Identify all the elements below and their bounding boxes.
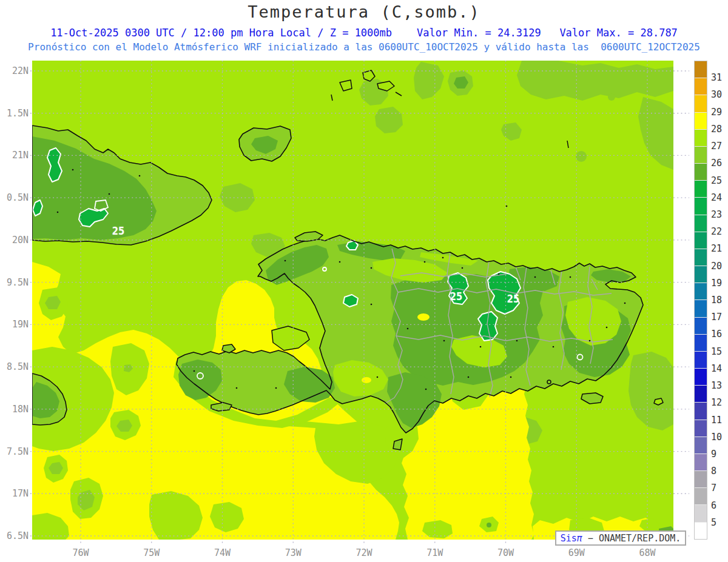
colorbar-tick-label: 30: [711, 89, 722, 100]
colorbar-segment: [695, 283, 707, 299]
lon-tick-label: 74W: [206, 547, 240, 558]
colorbar-segment: [695, 95, 707, 112]
colorbar-tick-label: 20: [711, 261, 722, 272]
colorbar-segment: [695, 266, 707, 283]
colorbar-tick-label: 29: [711, 107, 722, 118]
colorbar-tick-label: 12: [711, 397, 722, 408]
lon-tick-label: 70W: [489, 547, 523, 558]
colorbar-tick-label: 26: [711, 158, 722, 169]
colorbar-segment: [695, 61, 707, 78]
colorbar-segment: [695, 249, 707, 266]
colorbar-tick-label: 9: [711, 449, 716, 460]
colorbar-segment: [695, 504, 707, 521]
branding-org: ONAMET/REP.DOM.: [599, 533, 681, 544]
colorbar-tick-label: 27: [711, 141, 722, 152]
lat-tick-label: 22N: [0, 65, 29, 76]
contour-label: 25: [507, 293, 519, 305]
colorbar-tick-label: 11: [711, 415, 722, 426]
map-canvas: [0, 0, 728, 562]
colorbar-segment: [695, 487, 707, 504]
colorbar-tick-label: 15: [711, 346, 722, 357]
colorbar-segment: [695, 522, 707, 539]
colorbar-segment: [695, 215, 707, 232]
pi-glyph: π: [577, 533, 582, 544]
colorbar-segment: [695, 112, 707, 129]
temperature-colorbar: [694, 61, 707, 540]
lon-tick-label: 72W: [347, 547, 381, 558]
lat-tick-label: 17N: [0, 488, 29, 499]
colorbar-tick-label: 6: [711, 500, 716, 511]
colorbar-segment: [695, 232, 707, 249]
lon-tick-label: 76W: [64, 547, 98, 558]
colorbar-tick-label: 22: [711, 226, 722, 237]
lat-tick-label: 8.5N: [0, 361, 29, 372]
branding-box: Sisπ − ONAMET/REP.DOM.: [555, 530, 686, 546]
sispi-logo: Sis: [561, 533, 577, 544]
lat-tick-label: 9.5N: [0, 277, 29, 288]
lon-tick-label: 68W: [630, 547, 664, 558]
colorbar-segment: [695, 368, 707, 385]
colorbar-segment: [695, 317, 707, 334]
colorbar-segment: [695, 299, 707, 316]
contour-label: 25: [450, 290, 462, 303]
colorbar-tick-label: 8: [711, 466, 716, 477]
colorbar-tick-label: 14: [711, 363, 722, 374]
colorbar-tick-label: 17: [711, 312, 722, 323]
lat-tick-label: 1.5N: [0, 108, 29, 119]
colorbar-tick-label: 23: [711, 209, 722, 220]
colorbar-segment: [695, 146, 707, 163]
colorbar-tick-label: 21: [711, 243, 722, 254]
colorbar-segment: [695, 385, 707, 402]
lat-tick-label: 21N: [0, 150, 29, 161]
colorbar-tick-label: 10: [711, 432, 722, 443]
lon-tick-label: 71W: [418, 547, 452, 558]
colorbar-tick-label: 24: [711, 192, 722, 203]
branding-separator: −: [582, 533, 599, 544]
colorbar-segment: [695, 163, 707, 180]
colorbar-segment: [695, 129, 707, 146]
colorbar-segment: [695, 351, 707, 368]
colorbar-segment: [695, 470, 707, 487]
colorbar-tick-label: 19: [711, 278, 722, 289]
weather-map-page: Temperatura (C,somb.) 11-Oct-2025 0300 U…: [0, 0, 728, 562]
lon-tick-label: 69W: [559, 547, 593, 558]
colorbar-segment: [695, 334, 707, 351]
contour-label: 25: [112, 225, 124, 237]
colorbar-tick-label: 28: [711, 124, 722, 135]
lat-tick-label: 0.5N: [0, 192, 29, 203]
lon-tick-label: 75W: [135, 547, 169, 558]
colorbar-tick-label: 25: [711, 175, 722, 186]
lat-tick-label: 7.5N: [0, 446, 29, 457]
colorbar-segment: [695, 197, 707, 214]
lat-tick-label: 19N: [0, 319, 29, 330]
colorbar-tick-label: 7: [711, 483, 716, 493]
colorbar-segment: [695, 437, 707, 453]
colorbar-tick-label: 5: [711, 517, 716, 528]
lat-tick-label: 18N: [0, 404, 29, 415]
colorbar-tick-label: 18: [711, 295, 722, 306]
lon-tick-label: 73W: [276, 547, 310, 558]
colorbar-segment: [695, 420, 707, 437]
colorbar-segment: [695, 78, 707, 95]
colorbar-tick-label: 31: [711, 72, 722, 83]
colorbar-tick-label: 13: [711, 380, 722, 391]
colorbar-segment: [695, 180, 707, 197]
colorbar-segment: [695, 453, 707, 470]
colorbar-tick-label: 16: [711, 329, 722, 340]
lat-tick-label: 6.5N: [0, 530, 29, 541]
lat-tick-label: 20N: [0, 235, 29, 246]
colorbar-segment: [695, 402, 707, 419]
